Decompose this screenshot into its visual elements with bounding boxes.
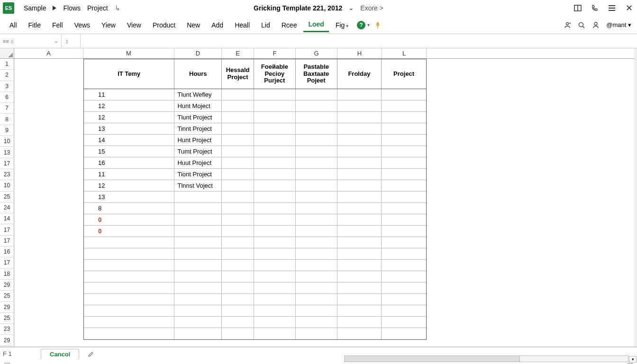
row-header[interactable]: 29 [0,335,14,346]
cell[interactable] [296,112,337,123]
cell[interactable] [222,260,254,271]
tab-lid[interactable]: Lid [256,18,275,32]
cell[interactable] [296,214,337,225]
cell[interactable] [174,248,222,259]
cell[interactable]: Hunt Moject [174,100,222,111]
row-header[interactable]: 10 [0,136,14,147]
header-cell[interactable]: Hours [174,59,222,89]
cell[interactable] [254,112,296,123]
tab-fell[interactable]: Fell [47,18,68,32]
cell[interactable]: 12 [84,180,174,191]
cell[interactable] [222,112,254,123]
cell[interactable] [296,282,337,293]
cell[interactable] [382,157,426,168]
cell[interactable] [254,123,296,134]
cell[interactable]: 14 [84,135,174,146]
cell[interactable] [222,180,254,191]
cell[interactable] [254,191,296,202]
cell[interactable] [222,135,254,146]
cell[interactable] [382,294,426,305]
cell[interactable] [296,271,337,282]
row-header[interactable]: 16 [0,246,14,257]
cell[interactable] [337,157,382,168]
tab-new[interactable]: New [182,18,205,32]
col-header[interactable]: L [382,48,427,58]
cell[interactable]: 11 [84,89,174,100]
cell[interactable]: 12 [84,112,174,123]
cell[interactable] [382,237,426,248]
cell[interactable] [174,203,222,214]
cell[interactable] [174,282,222,293]
cell[interactable] [84,237,174,248]
cell[interactable] [382,169,426,180]
cell[interactable]: Tumt Project [174,146,222,157]
header-cell[interactable]: Frolday [337,59,382,89]
cell[interactable] [337,328,382,339]
cell[interactable] [296,260,337,271]
cell[interactable] [296,317,337,328]
cell[interactable] [382,317,426,328]
doc-title[interactable]: Gricking Template 221, 2012 [254,4,342,12]
row-header[interactable]: 29 [0,302,14,313]
cell[interactable] [254,260,296,271]
cell[interactable] [382,282,426,293]
cell[interactable] [174,226,222,237]
row-header[interactable]: 13 [0,147,14,158]
horizontal-scrollbar[interactable]: ▾ [344,355,628,362]
cell[interactable] [337,135,382,146]
cell[interactable] [254,226,296,237]
row-header[interactable]: 14 [0,213,14,224]
cell[interactable] [174,294,222,305]
cell[interactable] [337,203,382,214]
cell[interactable] [382,203,426,214]
title-more[interactable]: Exore > [360,4,383,12]
cell[interactable] [84,271,174,282]
cell[interactable] [382,305,426,316]
cell[interactable] [382,248,426,259]
cell[interactable] [382,191,426,202]
cell[interactable] [174,317,222,328]
cell[interactable]: Hunt Project [174,135,222,146]
header-cell[interactable]: Pastable Baxtaate Pojeet [296,59,337,89]
menu-icon[interactable] [608,4,616,12]
cell[interactable] [254,328,296,339]
cell[interactable] [222,305,254,316]
cell[interactable] [84,260,174,271]
col-header[interactable]: H [337,48,382,58]
chevron-down-icon[interactable]: ⌄ [54,38,58,44]
cell[interactable] [84,282,174,293]
tab-add[interactable]: Add [207,18,228,32]
row-header[interactable]: 23 [0,324,14,335]
tab-all[interactable]: All [5,18,22,32]
tab-yiew[interactable]: Yiew [97,18,120,32]
cell[interactable] [254,203,296,214]
vertical-scrollbar[interactable] [634,48,637,346]
cell[interactable]: Tlunt Wefley [174,89,222,100]
cell[interactable] [222,282,254,293]
cell[interactable]: 13 [84,123,174,134]
cell[interactable] [174,191,222,202]
cell[interactable] [296,146,337,157]
cell[interactable] [296,157,337,168]
row-header[interactable]: 29 [0,280,14,291]
header-cell[interactable]: Hessald Project [222,59,254,89]
cell[interactable] [174,260,222,271]
row-header[interactable]: 9 [0,125,14,136]
cell[interactable] [222,248,254,259]
cell[interactable] [174,271,222,282]
cell[interactable]: Tiont Project [174,169,222,180]
cell[interactable] [222,89,254,100]
col-header[interactable]: E [222,48,254,58]
cell[interactable] [296,305,337,316]
cell[interactable] [382,260,426,271]
cell[interactable] [254,180,296,191]
cell[interactable] [296,191,337,202]
cell[interactable] [382,328,426,339]
cell[interactable] [337,100,382,111]
cell[interactable] [84,305,174,316]
tab-fig[interactable]: Fig [331,18,353,32]
row-header[interactable]: 25 [0,191,14,202]
cell[interactable] [174,214,222,225]
tab-rcee[interactable]: Rcee [277,18,302,32]
cell[interactable]: 0 [84,226,174,237]
